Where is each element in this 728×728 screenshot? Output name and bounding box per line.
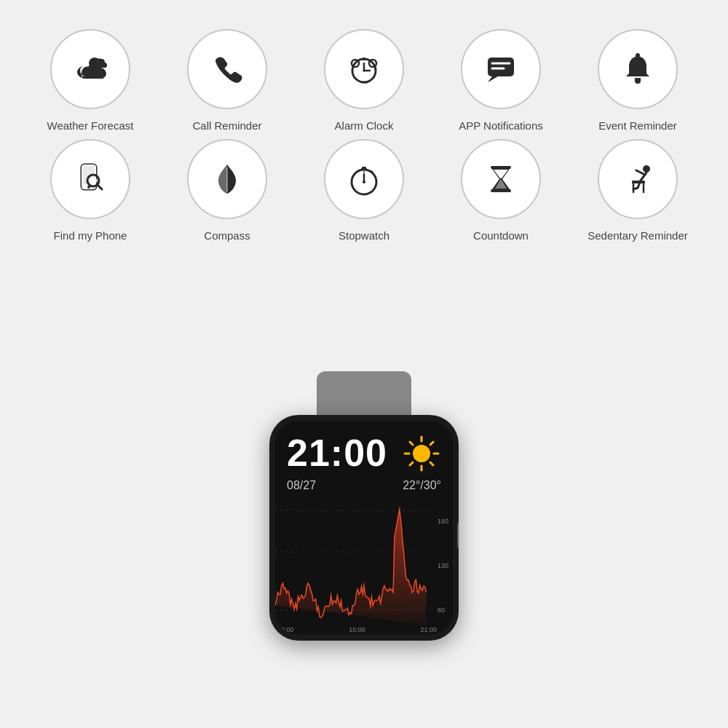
event-reminder-label: Event Reminder [598,119,677,132]
features-row-1: Weather Forecast Call Reminder [22,29,706,132]
stopwatch-label: Stopwatch [339,229,389,242]
svg-rect-18 [488,58,514,76]
feature-call-reminder: Call Reminder [169,29,285,132]
chart-label-160: 160 [438,518,448,525]
svg-point-31 [90,177,97,184]
svg-line-58 [430,442,433,445]
watch-section: 21:00 08/ [182,371,546,728]
sedentary-icon [619,160,657,198]
chart-label-60: 60 [438,606,448,614]
event-reminder-icon-circle [598,29,678,109]
svg-rect-36 [361,168,367,170]
chart-time-2100: 21:00 [420,626,437,633]
svg-marker-21 [488,76,498,82]
compass-icon [208,160,246,198]
app-notifications-label: APP Notifications [459,119,543,132]
countdown-icon [482,160,520,198]
compass-label: Compass [204,229,250,242]
svg-line-50 [633,188,638,189]
chart-y-labels: 160 130 60 [438,496,448,635]
weather-icon [71,50,109,88]
watch-time: 21:00 [287,434,387,472]
feature-stopwatch: Stopwatch [306,139,422,242]
feature-event-reminder: Event Reminder [579,29,696,132]
svg-rect-17 [363,58,365,60]
alarm-clock-label: Alarm Clock [335,119,394,132]
feature-countdown: Countdown [443,139,559,242]
watch-body: 21:00 08/ [269,415,459,641]
screen-top: 21:00 [275,421,453,479]
chart-time-900: 9:00 [281,626,294,633]
find-my-phone-label: Find my Phone [54,229,127,242]
call-reminder-label: Call Reminder [192,119,261,132]
alarm-icon [345,50,383,88]
countdown-icon-circle [461,139,541,219]
svg-point-24 [636,53,640,58]
chart-time-1500: 15:00 [349,626,365,633]
call-reminder-icon-circle [187,29,267,109]
app-notifications-icon-circle [461,29,541,109]
call-icon [208,50,246,88]
event-icon [619,50,657,88]
countdown-label: Countdown [473,229,529,242]
chart-x-labels: 9:00 15:00 21:00 [281,626,437,633]
weather-forecast-icon-circle [50,29,130,109]
compass-icon-circle [187,139,267,219]
svg-point-51 [413,445,430,462]
watch-temp: 22°/30° [403,479,441,492]
watch-weather-icon [402,434,441,473]
stopwatch-icon-circle [324,139,404,219]
svg-line-30 [98,185,102,189]
sedentary-reminder-icon-circle [598,139,678,219]
screen-chart: 160 130 60 9:00 15:00 21:00 [275,496,453,635]
find-my-phone-icon-circle [50,139,130,219]
notification-icon [482,50,520,88]
feature-find-my-phone: Find my Phone [32,139,149,242]
svg-line-57 [430,462,433,465]
features-row-2: Find my Phone Compass [22,139,706,242]
svg-point-39 [363,181,365,183]
svg-line-56 [410,442,413,445]
feature-alarm-clock: Alarm Clock [306,29,422,132]
sedentary-reminder-label: Sedentary Reminder [587,229,688,242]
watch-crown [457,523,459,548]
screen-middle: 08/27 22°/30° [275,479,453,496]
heart-rate-chart [275,496,453,635]
feature-app-notifications: APP Notifications [443,29,559,132]
svg-rect-41 [491,166,511,169]
chart-label-130: 130 [438,562,448,569]
svg-rect-23 [635,78,641,81]
feature-sedentary-reminder: Sedentary Reminder [579,139,696,242]
stopwatch-icon [345,160,383,198]
feature-weather-forecast: Weather Forecast [32,29,149,132]
watch-container: 21:00 08/ [233,371,495,728]
alarm-clock-icon-circle [324,29,404,109]
watch-screen: 21:00 08/ [275,421,453,635]
svg-rect-42 [491,189,511,192]
features-section: Weather Forecast Call Reminder [0,0,728,264]
weather-forecast-label: Weather Forecast [47,119,134,132]
svg-point-13 [363,70,365,72]
svg-line-59 [410,462,413,465]
phone-search-icon [71,160,109,198]
feature-compass: Compass [169,139,285,242]
watch-date: 08/27 [287,479,316,492]
